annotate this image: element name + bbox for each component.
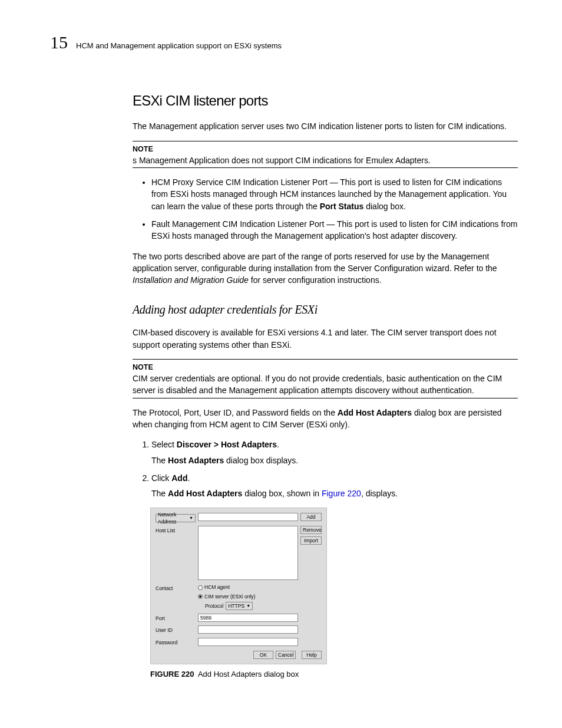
text: .: [277, 440, 279, 449]
list-item: Fault Management CIM Indication Listener…: [151, 218, 518, 242]
text: .: [187, 473, 190, 483]
paragraph: The Protocol, Port, User ID, and Passwor…: [133, 407, 518, 431]
add-host-adapters-dialog: Network Address▼ Add Host List Remove Im…: [150, 508, 327, 664]
radio-icon: [198, 594, 203, 599]
note-label: NOTE: [133, 141, 518, 154]
help-button[interactable]: Help: [302, 651, 322, 659]
port-label: Port: [156, 614, 196, 622]
running-head: HCM and Management application support o…: [76, 41, 282, 52]
network-address-label: Network Address▼: [156, 513, 196, 522]
bold-text: Discover > Host Adapters: [177, 440, 277, 449]
bold-text: Add: [171, 473, 187, 483]
radio-label: CIM server (ESXi only): [204, 593, 255, 600]
select-text: Network Address: [158, 511, 189, 526]
text: Select: [151, 440, 177, 449]
text: The: [151, 489, 168, 498]
text: The: [151, 456, 168, 465]
note-rule: [133, 398, 518, 398]
radio-icon: [198, 585, 203, 590]
remove-button[interactable]: Remove: [300, 526, 322, 534]
figure-link[interactable]: Figure 220: [322, 489, 361, 498]
text: Click: [151, 473, 171, 483]
radio-cim-server[interactable]: CIM server (ESXi only): [198, 593, 298, 600]
add-button[interactable]: Add: [300, 513, 322, 521]
chevron-down-icon: ▼: [246, 603, 250, 609]
radio-label: HCM agent: [204, 584, 230, 591]
select-text: HTTPS: [228, 602, 244, 610]
port-input[interactable]: 5989: [198, 614, 298, 622]
text: The two ports described above are part o…: [133, 252, 497, 273]
host-list[interactable]: [198, 526, 298, 580]
figure-caption: FIGURE 220 Add Host Adapters dialog box: [150, 669, 518, 680]
note-body: CIM server credentials are optional. If …: [133, 373, 518, 397]
note-label: NOTE: [133, 360, 518, 373]
list-item: Select Discover > Host Adapters. The Hos…: [151, 439, 518, 466]
bold-text: Add Host Adapters: [168, 489, 242, 498]
page-number: 15: [50, 29, 68, 55]
host-list-label: Host List: [156, 526, 196, 534]
radio-hcm-agent[interactable]: HCM agent: [198, 584, 298, 591]
network-address-input[interactable]: [198, 513, 298, 521]
network-address-select[interactable]: Network Address▼: [156, 514, 196, 522]
bullet-text: Fault Management CIM Indication Listener…: [151, 219, 517, 241]
text: The Protocol, Port, User ID, and Passwor…: [133, 408, 338, 417]
text: for server configuration instructions.: [249, 275, 382, 285]
sub-paragraph: The Add Host Adapters dialog box, shown …: [151, 487, 518, 499]
protocol-select[interactable]: HTTPS▼: [226, 602, 253, 610]
bold-text: Host Adapters: [168, 456, 224, 465]
password-label: Password: [156, 638, 196, 646]
paragraph: The two ports described above are part o…: [133, 251, 518, 286]
text: dialog box, shown in: [242, 489, 322, 498]
text: dialog box displays.: [224, 456, 298, 465]
ordered-list: Select Discover > Host Adapters. The Hos…: [133, 439, 518, 499]
figure-caption-text: Add Host Adapters dialog box: [198, 670, 299, 678]
intro-paragraph: The Management application server uses t…: [133, 120, 518, 132]
list-item: HCM Proxy Service CIM Indication Listene…: [151, 176, 518, 212]
bullet-bold: Port Status: [320, 202, 364, 211]
bullet-list: HCM Proxy Service CIM Indication Listene…: [133, 176, 518, 242]
text: , displays.: [361, 489, 398, 498]
italic-text: Installation and Migration Guide: [133, 275, 249, 285]
bold-text: Add Host Adapters: [338, 408, 412, 417]
page-header: 15 HCM and Management application suppor…: [50, 29, 518, 55]
note-rule: [133, 167, 518, 168]
bullet-text: dialog box.: [363, 202, 406, 211]
userid-input[interactable]: [198, 625, 298, 634]
password-input[interactable]: [198, 638, 298, 646]
ok-button[interactable]: OK: [253, 651, 273, 659]
contact-label: Contact: [156, 584, 196, 592]
note-body: s Management Application does not suppor…: [133, 154, 518, 166]
paragraph: CIM-based discovery is available for ESX…: [133, 327, 518, 351]
figure-label: FIGURE 220: [150, 670, 194, 678]
protocol-label: Protocol: [205, 602, 223, 610]
import-button[interactable]: Import: [300, 536, 322, 545]
subsection-title: Adding host adapter credentials for ESXi: [133, 301, 518, 318]
list-item: Click Add. The Add Host Adapters dialog …: [151, 472, 518, 500]
userid-label: User ID: [156, 625, 196, 634]
chevron-down-icon: ▼: [189, 515, 193, 521]
section-title: ESXi CIM listener ports: [133, 91, 518, 111]
cancel-button[interactable]: Cancel: [276, 651, 296, 659]
sub-paragraph: The Host Adapters dialog box displays.: [151, 454, 518, 466]
